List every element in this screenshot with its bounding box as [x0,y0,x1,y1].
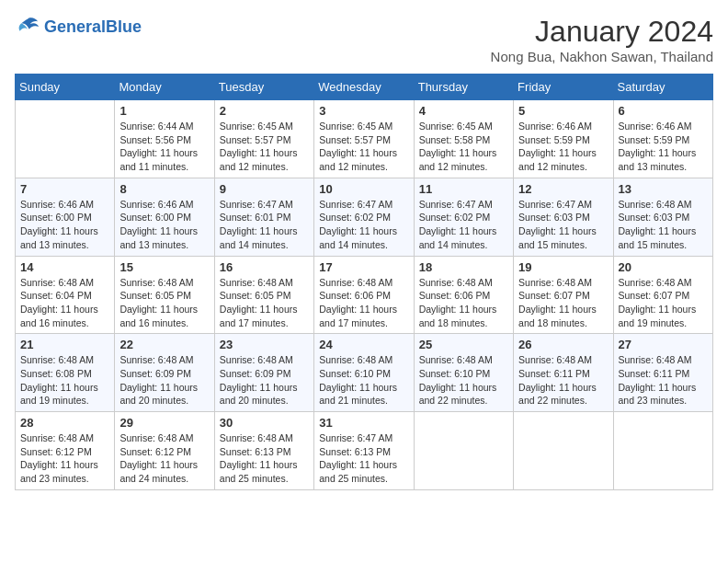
day-number: 26 [518,338,608,351]
day-info: Sunrise: 6:46 AMSunset: 5:59 PMDaylight:… [518,120,608,174]
calendar-cell: 17Sunrise: 6:48 AMSunset: 6:06 PMDayligh… [314,256,414,334]
weekday-header-saturday: Saturday [613,75,712,100]
day-info: Sunrise: 6:48 AMSunset: 6:07 PMDaylight:… [619,276,708,330]
day-number: 1 [119,104,209,118]
day-info: Sunrise: 6:47 AMSunset: 6:01 PMDaylight:… [220,198,309,252]
calendar-cell: 18Sunrise: 6:48 AMSunset: 6:06 PMDayligh… [414,256,513,334]
month-title: January 2024 [491,15,713,49]
day-number: 3 [319,104,408,118]
day-info: Sunrise: 6:47 AMSunset: 6:02 PMDaylight:… [319,198,408,252]
day-number: 18 [419,260,508,274]
calendar-cell: 20Sunrise: 6:48 AMSunset: 6:07 PMDayligh… [613,256,712,334]
calendar-cell: 29Sunrise: 6:48 AMSunset: 6:12 PMDayligh… [115,412,214,490]
day-number: 22 [119,338,209,351]
day-number: 21 [20,338,109,351]
day-number: 13 [619,182,708,196]
day-info: Sunrise: 6:46 AMSunset: 6:00 PMDaylight:… [20,198,109,252]
day-number: 20 [619,260,708,274]
day-number: 28 [20,416,109,430]
calendar-table: SundayMondayTuesdayWednesdayThursdayFrid… [15,74,713,490]
day-info: Sunrise: 6:48 AMSunset: 6:06 PMDaylight:… [419,276,508,330]
week-row-5: 28Sunrise: 6:48 AMSunset: 6:12 PMDayligh… [16,412,713,490]
day-info: Sunrise: 6:48 AMSunset: 6:11 PMDaylight:… [518,353,608,408]
day-info: Sunrise: 6:48 AMSunset: 6:10 PMDaylight:… [419,353,508,408]
calendar-cell: 3Sunrise: 6:45 AMSunset: 5:57 PMDaylight… [314,100,414,178]
logo-line2: Blue [106,17,142,36]
day-info: Sunrise: 6:44 AMSunset: 5:56 PMDaylight:… [119,120,209,174]
day-info: Sunrise: 6:48 AMSunset: 6:10 PMDaylight:… [319,353,408,408]
day-info: Sunrise: 6:45 AMSunset: 5:57 PMDaylight:… [319,120,408,174]
day-info: Sunrise: 6:47 AMSunset: 6:02 PMDaylight:… [419,198,508,252]
day-number: 16 [220,260,309,274]
calendar-cell [16,100,115,178]
calendar-cell: 16Sunrise: 6:48 AMSunset: 6:05 PMDayligh… [214,256,313,334]
weekday-header-wednesday: Wednesday [314,75,414,100]
calendar-cell: 27Sunrise: 6:48 AMSunset: 6:11 PMDayligh… [613,334,712,412]
week-row-2: 7Sunrise: 6:46 AMSunset: 6:00 PMDaylight… [16,178,713,256]
day-number: 24 [319,338,408,351]
day-info: Sunrise: 6:45 AMSunset: 5:58 PMDaylight:… [419,120,508,174]
weekday-header-monday: Monday [115,75,214,100]
calendar-cell [613,412,712,490]
calendar-cell [514,412,613,490]
calendar-cell: 7Sunrise: 6:46 AMSunset: 6:00 PMDaylight… [16,178,115,256]
day-number: 19 [518,260,608,274]
day-number: 7 [20,182,109,196]
day-info: Sunrise: 6:47 AMSunset: 6:03 PMDaylight:… [518,198,608,252]
calendar-cell: 4Sunrise: 6:45 AMSunset: 5:58 PMDaylight… [414,100,513,178]
calendar-cell: 12Sunrise: 6:47 AMSunset: 6:03 PMDayligh… [514,178,613,256]
day-info: Sunrise: 6:48 AMSunset: 6:06 PMDaylight:… [319,276,408,330]
day-number: 27 [619,338,708,351]
weekday-header-tuesday: Tuesday [214,75,313,100]
day-info: Sunrise: 6:46 AMSunset: 6:00 PMDaylight:… [119,198,209,252]
day-number: 6 [619,104,708,118]
calendar-cell: 31Sunrise: 6:47 AMSunset: 6:13 PMDayligh… [314,412,414,490]
day-number: 17 [319,260,408,274]
calendar-cell: 5Sunrise: 6:46 AMSunset: 5:59 PMDaylight… [514,100,613,178]
week-row-1: 1Sunrise: 6:44 AMSunset: 5:56 PMDaylight… [16,100,713,178]
day-number: 29 [119,416,209,430]
calendar-cell: 24Sunrise: 6:48 AMSunset: 6:10 PMDayligh… [314,334,414,412]
day-info: Sunrise: 6:48 AMSunset: 6:09 PMDaylight:… [220,353,309,408]
logo-text: GeneralBlue [44,18,142,37]
day-info: Sunrise: 6:48 AMSunset: 6:03 PMDaylight:… [619,198,708,252]
day-info: Sunrise: 6:48 AMSunset: 6:12 PMDaylight:… [119,431,209,486]
calendar-cell: 10Sunrise: 6:47 AMSunset: 6:02 PMDayligh… [314,178,414,256]
day-info: Sunrise: 6:48 AMSunset: 6:05 PMDaylight:… [119,276,209,330]
calendar-cell: 9Sunrise: 6:47 AMSunset: 6:01 PMDaylight… [214,178,313,256]
calendar-cell: 19Sunrise: 6:48 AMSunset: 6:07 PMDayligh… [514,256,613,334]
day-info: Sunrise: 6:46 AMSunset: 5:59 PMDaylight:… [619,120,708,174]
title-block: January 2024 Nong Bua, Nakhon Sawan, Tha… [491,15,713,64]
calendar-cell [414,412,513,490]
calendar-cell: 14Sunrise: 6:48 AMSunset: 6:04 PMDayligh… [16,256,115,334]
week-row-4: 21Sunrise: 6:48 AMSunset: 6:08 PMDayligh… [16,334,713,412]
day-number: 30 [220,416,309,430]
calendar-cell: 15Sunrise: 6:48 AMSunset: 6:05 PMDayligh… [115,256,214,334]
weekday-header-row: SundayMondayTuesdayWednesdayThursdayFrid… [16,75,713,100]
calendar-cell: 30Sunrise: 6:48 AMSunset: 6:13 PMDayligh… [214,412,313,490]
day-info: Sunrise: 6:48 AMSunset: 6:08 PMDaylight:… [20,353,109,408]
day-info: Sunrise: 6:48 AMSunset: 6:05 PMDaylight:… [220,276,309,330]
day-number: 9 [220,182,309,196]
day-number: 10 [319,182,408,196]
calendar-cell: 6Sunrise: 6:46 AMSunset: 5:59 PMDaylight… [613,100,712,178]
day-number: 31 [319,416,408,430]
day-info: Sunrise: 6:45 AMSunset: 5:57 PMDaylight:… [220,120,309,174]
day-info: Sunrise: 6:48 AMSunset: 6:07 PMDaylight:… [518,276,608,330]
weekday-header-friday: Friday [514,75,613,100]
day-info: Sunrise: 6:47 AMSunset: 6:13 PMDaylight:… [319,431,408,486]
logo-icon [15,15,40,40]
week-row-3: 14Sunrise: 6:48 AMSunset: 6:04 PMDayligh… [16,256,713,334]
day-number: 4 [419,104,508,118]
page-header: GeneralBlue January 2024 Nong Bua, Nakho… [15,15,713,64]
day-info: Sunrise: 6:48 AMSunset: 6:13 PMDaylight:… [220,431,309,486]
day-info: Sunrise: 6:48 AMSunset: 6:11 PMDaylight:… [619,353,708,408]
calendar-cell: 23Sunrise: 6:48 AMSunset: 6:09 PMDayligh… [214,334,313,412]
weekday-header-sunday: Sunday [16,75,115,100]
logo-line1: General [44,17,106,36]
logo: GeneralBlue [15,15,142,40]
day-number: 5 [518,104,608,118]
calendar-cell: 8Sunrise: 6:46 AMSunset: 6:00 PMDaylight… [115,178,214,256]
calendar-cell: 21Sunrise: 6:48 AMSunset: 6:08 PMDayligh… [16,334,115,412]
calendar-cell: 28Sunrise: 6:48 AMSunset: 6:12 PMDayligh… [16,412,115,490]
